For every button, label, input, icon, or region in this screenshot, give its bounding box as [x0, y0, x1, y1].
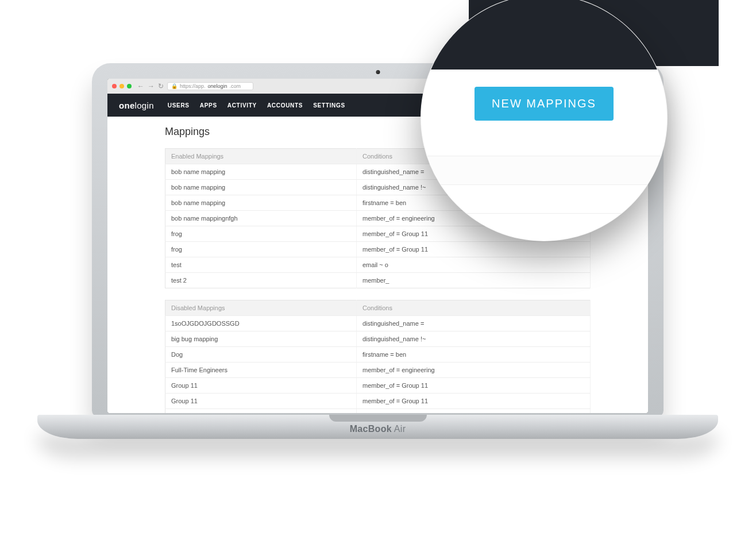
url-domain: onelogin — [208, 83, 227, 89]
cell-name: bob name mapping — [165, 164, 357, 180]
nav-accounts[interactable]: ACCOUNTS — [267, 102, 303, 109]
cell-cond: distinguished_name !~ — [357, 331, 591, 347]
top-nav: USERS APPS ACTIVITY ACCOUNTS SETTINGS — [168, 102, 345, 109]
table-row[interactable]: Group 11member_of = Group 11 — [165, 394, 591, 409]
magnifier-row — [421, 156, 667, 185]
nav-activity[interactable]: ACTIVITY — [227, 102, 257, 109]
cell-name: Dog — [165, 347, 357, 362]
brand-part1: one — [119, 101, 135, 110]
new-mappings-button[interactable]: NEW MAPPINGS — [475, 87, 614, 121]
forward-icon[interactable]: → — [148, 82, 155, 90]
brand-part2: login — [135, 101, 154, 110]
disabled-mappings-table: Disabled Mappings Conditions 1soOJGDOJGD… — [165, 300, 591, 413]
cell-cond: distinguished_name = cat — [357, 409, 591, 414]
reload-icon[interactable]: ↻ — [158, 82, 164, 90]
table-row[interactable]: Dogfirstname = ben — [165, 347, 591, 362]
brand-logo[interactable]: onelogin — [119, 101, 154, 110]
close-window-icon[interactable] — [112, 84, 117, 88]
cell-name: bob name mapping — [165, 180, 357, 195]
table-row[interactable]: big bug mappingdistinguished_name !~ — [165, 331, 591, 347]
magnifier-callout: NEW MAPPINGS — [421, 0, 668, 241]
back-icon[interactable]: ← — [137, 82, 144, 90]
table-row[interactable]: Group 11member_of = Group 11 — [165, 378, 591, 394]
cell-name: HOLY MAPPING — [165, 409, 357, 414]
lock-icon: 🔒 — [171, 83, 178, 89]
table-header: Disabled Mappings Conditions — [165, 300, 591, 316]
table-row[interactable]: 1soOJGDOJGDOSSGDdistinguished_name = — [165, 316, 591, 331]
device-model-bold: MacBook — [350, 424, 392, 434]
device-model-light: Air — [392, 424, 406, 434]
cell-name: 1soOJGDOJGDOSSGD — [165, 316, 357, 331]
cell-cond: firstname = ben — [357, 347, 591, 362]
cell-cond: member_of = Group 11 — [357, 394, 591, 409]
cell-name: frog — [165, 226, 357, 242]
table-row[interactable]: testemail ~ o — [165, 257, 591, 273]
nav-settings[interactable]: SETTINGS — [313, 102, 345, 109]
window-traffic-lights[interactable] — [112, 84, 132, 88]
cell-name: big bug mapping — [165, 331, 357, 347]
cell-cond: member_ — [357, 273, 591, 288]
laptop-base: MacBook Air — [37, 415, 718, 439]
nav-apps[interactable]: APPS — [200, 102, 217, 109]
table-row[interactable]: frogmember_of = Group 11 — [165, 242, 591, 257]
maximize-window-icon[interactable] — [127, 84, 132, 88]
col-header-conditions: Conditions — [357, 300, 591, 316]
cell-cond: distinguished_name = — [357, 316, 591, 331]
camera-dot — [376, 70, 380, 74]
url-suffix: .com — [230, 83, 241, 89]
cell-name: bob name mapping — [165, 195, 357, 211]
laptop-notch — [329, 415, 427, 422]
cell-name: test — [165, 257, 357, 273]
address-bar[interactable]: 🔒 https://app.onelogin.com — [167, 82, 253, 90]
cell-name: Full-Time Engineers — [165, 362, 357, 378]
cell-name: Group 11 — [165, 378, 357, 394]
cell-name: Group 11 — [165, 394, 357, 409]
table-row[interactable]: Full-Time Engineersmember_of = engineeri… — [165, 362, 591, 378]
nav-users[interactable]: USERS — [168, 102, 190, 109]
cell-cond: email ~ o — [357, 257, 591, 273]
cell-cond: member_of = Group 11 — [357, 242, 591, 257]
cell-name: bob name mappingnfgh — [165, 211, 357, 226]
table-row[interactable]: HOLY MAPPINGdistinguished_name = cat — [165, 409, 591, 414]
url-prefix: https://app. — [180, 83, 206, 89]
cell-name: test 2 — [165, 273, 357, 288]
col-header-name: Enabled Mappings — [165, 149, 357, 164]
minimize-window-icon[interactable] — [119, 84, 124, 88]
device-model-label: MacBook Air — [350, 424, 406, 434]
col-header-name: Disabled Mappings — [165, 300, 357, 316]
cell-cond: member_of = Group 11 — [357, 378, 591, 394]
cell-name: frog — [165, 242, 357, 257]
cell-cond: member_of = engineering — [357, 362, 591, 378]
table-row[interactable]: test 2member_ — [165, 273, 591, 288]
